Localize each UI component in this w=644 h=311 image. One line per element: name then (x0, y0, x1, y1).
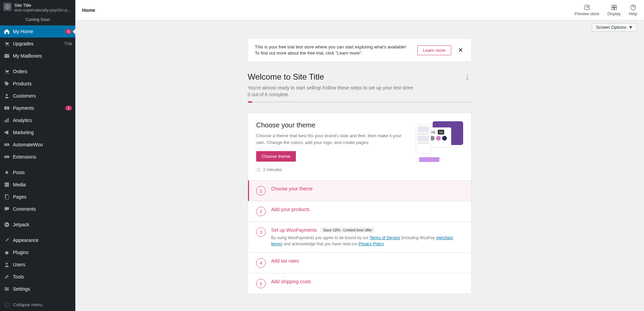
nav-marketing[interactable]: Marketing (0, 126, 75, 139)
svg-point-21 (4, 222, 9, 227)
chart-icon (3, 117, 10, 124)
nav-payments[interactable]: $ Payments 1 (0, 102, 75, 114)
topbar: Home Preview store Display Help (75, 0, 644, 20)
comment-icon (3, 206, 10, 212)
nav-comments[interactable]: Comments (0, 203, 75, 215)
nav-upgrades[interactable]: Upgrades Trial (0, 38, 75, 50)
media-icon (3, 181, 10, 188)
nav-plugins[interactable]: Plugins (0, 246, 75, 258)
admin-sidebar: Site Title woo-supernaturally-psychic-ph… (0, 0, 75, 311)
svg-point-26 (4, 302, 9, 307)
more-menu-button[interactable]: ⋮ (463, 72, 472, 82)
learn-more-button[interactable]: Learn more (417, 45, 451, 55)
collapse-menu[interactable]: Collapse menu (0, 298, 75, 311)
plug-icon (3, 249, 10, 256)
help-button[interactable]: Help (629, 4, 637, 16)
close-banner-button[interactable]: ✕ (457, 45, 465, 55)
time-estimate: 2 minutes (256, 167, 409, 172)
step-title: Add your products (271, 207, 463, 212)
svg-point-1 (6, 45, 7, 46)
hero-title: Choose your theme (256, 121, 409, 129)
nav-label: My Mailboxes (13, 53, 72, 59)
money-icon: $ (3, 105, 10, 111)
step-number: 2 (256, 207, 266, 216)
nav-pages[interactable]: Pages (0, 191, 75, 203)
tag-icon (3, 80, 10, 87)
kebab-icon: ⋮ (464, 74, 470, 81)
step-number: 3 (256, 227, 266, 237)
nav-analytics[interactable]: Analytics (0, 114, 75, 126)
svg-rect-12 (8, 118, 9, 123)
nav-label: Marketing (13, 130, 72, 135)
svg-rect-30 (612, 7, 614, 9)
nav-settings[interactable]: Settings (0, 283, 75, 295)
nav-customers[interactable]: Customers (0, 90, 75, 102)
task-step-3[interactable]: 3 Set up WooPayments Save 10% - Limited … (248, 222, 471, 252)
welcome-subtitle: You're almost ready to start selling! Fo… (248, 85, 414, 90)
task-step-1[interactable]: 1 Choose your theme (248, 180, 471, 201)
display-button[interactable]: Display (607, 4, 621, 16)
svg-point-2 (8, 45, 9, 46)
nav-label: Media (13, 182, 72, 187)
nav-label: Comments (13, 206, 72, 212)
terms-link[interactable]: Terms of Service (370, 235, 400, 240)
nav-label: Products (13, 81, 72, 86)
nav-label: Posts (13, 170, 72, 175)
progress-bar (248, 101, 472, 103)
svg-rect-29 (614, 5, 616, 7)
nav-badge: 6 (65, 29, 72, 34)
svg-rect-31 (614, 7, 616, 9)
promo-pill: Save 10% - Limited time offer (320, 227, 375, 233)
svg-point-25 (6, 290, 7, 291)
task-step-5[interactable]: 5 Add shipping costs (248, 273, 471, 294)
nav-label: Upgrades (13, 41, 64, 46)
nav-orders[interactable]: Orders (0, 65, 75, 78)
nav-appearance[interactable]: Appearance (0, 234, 75, 246)
nav-label: Orders (13, 69, 72, 74)
task-step-4[interactable]: 4 Add tax rates (248, 252, 471, 273)
nav-products[interactable]: Products (0, 78, 75, 90)
svg-rect-20 (5, 195, 8, 200)
collapse-label: Collapse menu (13, 302, 42, 307)
page-icon (3, 193, 10, 200)
nav-label: Plugins (13, 250, 72, 255)
progress-text: 0 out of 6 complete. (248, 92, 414, 97)
nav-tools[interactable]: Tools (0, 271, 75, 283)
step-title: Add tax rates (271, 258, 463, 264)
svg-point-6 (5, 82, 6, 83)
hero-desc: Choose a theme that best fits your brand… (256, 132, 409, 146)
svg-rect-10 (5, 120, 6, 122)
nav-posts[interactable]: Posts (0, 166, 75, 179)
step-title: Choose your theme (271, 186, 463, 191)
task-card: Choose your theme Choose a theme that be… (248, 113, 472, 294)
choose-theme-button[interactable]: Choose theme (256, 151, 296, 162)
preview-store-button[interactable]: Preview store (574, 4, 599, 16)
nav-automatewoo[interactable]: AW AutomateWoo (0, 139, 75, 151)
nav-label: Pages (13, 194, 72, 200)
nav-extensions[interactable]: woo Extensions (0, 151, 75, 163)
privacy-link[interactable]: Privacy Policy (358, 242, 384, 246)
step-title: Set up WooPayments (271, 227, 317, 233)
step-number: 1 (256, 186, 266, 195)
svg-point-4 (6, 73, 7, 74)
nav-my-home[interactable]: My Home 6 (0, 25, 75, 38)
nav-media[interactable]: Media (0, 179, 75, 191)
pin-icon (3, 169, 10, 176)
svg-text:$: $ (6, 107, 7, 110)
screen-options-button[interactable]: Screen Options ▼ (592, 23, 637, 32)
task-step-2[interactable]: 2 Add your products (248, 201, 471, 222)
topbar-label: Help (629, 12, 637, 16)
home-icon (3, 28, 10, 35)
site-avatar-icon (3, 3, 12, 11)
mail-icon (3, 53, 10, 59)
site-header[interactable]: Site Title woo-supernaturally-psychic-ph… (0, 0, 75, 15)
nav-label: Analytics (13, 118, 72, 123)
brush-icon (3, 237, 10, 244)
nav-mailboxes[interactable]: My Mailboxes (0, 50, 75, 62)
nav-label: Users (13, 262, 72, 267)
nav-jetpack[interactable]: Jetpack (0, 219, 75, 231)
nav-users[interactable]: Users (0, 258, 75, 271)
nav-label: Tools (13, 274, 72, 279)
svg-rect-11 (6, 119, 7, 122)
sliders-icon (3, 286, 10, 292)
